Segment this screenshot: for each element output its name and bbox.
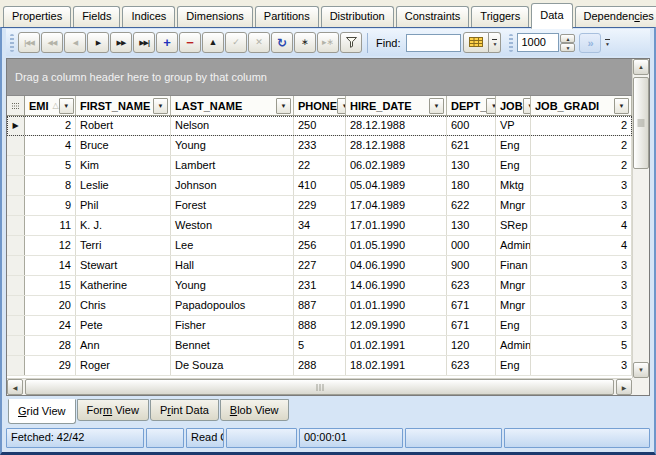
cell-first-name[interactable]: Roger [76,356,171,375]
scroll-right-button[interactable]: ▶ [616,379,632,395]
cell-last-name[interactable]: Hall [171,256,294,275]
cell-first-name[interactable]: K. J. [76,216,171,235]
cell-dept[interactable]: 900 [447,256,496,275]
cell-emi[interactable]: 12 [25,236,76,255]
view-tab-print-data[interactable]: Print Data [150,399,219,421]
group-by-panel[interactable]: Drag a column header here to group by th… [7,59,632,96]
tab-dimensions[interactable]: Dimensions [177,6,252,27]
cell-last-name[interactable]: De Souza [171,356,294,375]
record-limit-value[interactable]: 1000 [517,33,559,52]
cell-last-name[interactable]: Bennet [171,336,294,355]
cell-first-name[interactable]: Kim [76,156,171,175]
cell-phone[interactable]: 410 [294,176,346,195]
cell-hire-date[interactable]: 18.02.1991 [346,356,447,375]
vertical-scrollbar[interactable]: ▲ ▼ [632,59,649,378]
cell-last-name[interactable]: Johnson [171,176,294,195]
toolbar-grip-2[interactable] [509,34,513,52]
column-filter-dropdown[interactable]: ▼ [276,98,291,114]
cell-emi[interactable]: 24 [25,316,76,335]
cell-dept[interactable]: 622 [447,196,496,215]
cell-dept[interactable]: 671 [447,296,496,315]
cell-hire-date[interactable]: 12.09.1990 [346,316,447,335]
cell-first-name[interactable]: Chris [76,296,171,315]
table-row[interactable]: ▶2RobertNelson25028.12.1988600VP2 [7,116,632,136]
cell-phone[interactable]: 233 [294,136,346,155]
tab-triggers[interactable]: Triggers [471,6,529,27]
column-filter-dropdown[interactable]: ▼ [614,98,629,114]
vertical-scroll-thumb[interactable] [633,77,649,169]
cell-dept[interactable]: 671 [447,316,496,335]
cell-phone[interactable]: 256 [294,236,346,255]
cell-job-gradi[interactable]: 3 [531,316,632,335]
table-row[interactable]: 9PhilForest22917.04.1989622Mngr3 [7,196,632,216]
cell-phone[interactable]: 250 [294,116,346,135]
cell-hire-date[interactable]: 28.12.1988 [346,136,447,155]
toolbar-grip[interactable] [10,34,14,52]
table-row[interactable]: 11K. J.Weston3417.01.1990130SRep4 [7,216,632,236]
column-filter-dropdown[interactable]: ▼ [429,98,444,114]
cell-first-name[interactable]: Ann [76,336,171,355]
cell-emi[interactable]: 14 [25,256,76,275]
find-in-grid-button[interactable] [463,32,489,53]
cell-job[interactable]: Mngr [496,276,531,295]
cell-dept[interactable]: 600 [447,116,496,135]
cell-job[interactable]: Eng [496,156,531,175]
cell-phone[interactable]: 5 [294,336,346,355]
cell-job-gradi[interactable]: 3 [531,256,632,275]
cell-job[interactable]: Mktg [496,176,531,195]
cell-first-name[interactable]: Phil [76,196,171,215]
cell-job[interactable]: SRep [496,216,531,235]
table-row[interactable]: 29RogerDe Souza28818.02.1991623Eng3 [7,356,632,376]
cell-first-name[interactable]: Robert [76,116,171,135]
cell-last-name[interactable]: Young [171,276,294,295]
cell-hire-date[interactable]: 04.06.1990 [346,256,447,275]
cell-emi[interactable]: 4 [25,136,76,155]
tab-data[interactable]: Data [531,3,572,29]
cell-last-name[interactable]: Young [171,136,294,155]
cell-first-name[interactable]: Pete [76,316,171,335]
cell-phone[interactable]: 34 [294,216,346,235]
cell-phone[interactable]: 231 [294,276,346,295]
cell-last-name[interactable]: Nelson [171,116,294,135]
view-tab-grid-view[interactable]: Grid View [8,399,76,424]
table-row[interactable]: 5KimLambert2206.02.1989130Eng2 [7,156,632,176]
cell-job[interactable]: Eng [496,316,531,335]
cell-job-gradi[interactable]: 5 [531,336,632,355]
scroll-down-button[interactable]: ▼ [633,362,649,378]
cell-hire-date[interactable]: 17.01.1990 [346,216,447,235]
column-header-phone[interactable]: PHONE▼ [294,96,346,115]
table-row[interactable]: 20ChrisPapadopoulos88701.01.1990671Mngr3 [7,296,632,316]
cell-phone[interactable]: 22 [294,156,346,175]
column-filter-dropdown[interactable]: ▼ [486,98,496,114]
tab-dependencies[interactable]: Dependencies [575,6,656,27]
refresh-button[interactable]: ↻ [271,32,293,53]
table-row[interactable]: 28AnnBennet501.02.1991120Admin5 [7,336,632,356]
horizontal-scrollbar[interactable]: ◀ ▶ [7,378,632,395]
column-header-hire-date[interactable]: HIRE_DATE▼ [346,96,447,115]
cell-emi[interactable]: 29 [25,356,76,375]
table-row[interactable]: 24PeteFisher88812.09.1990671Eng3 [7,316,632,336]
cell-phone[interactable]: 288 [294,356,346,375]
cell-last-name[interactable]: Lee [171,236,294,255]
tab-constraints[interactable]: Constraints [396,6,470,27]
cell-phone[interactable]: 227 [294,256,346,275]
cell-job[interactable]: VP [496,116,531,135]
cell-dept[interactable]: 623 [447,276,496,295]
cell-dept[interactable]: 000 [447,236,496,255]
cell-dept[interactable]: 130 [447,156,496,175]
cell-emi[interactable]: 28 [25,336,76,355]
table-row[interactable]: 8LeslieJohnson41005.04.1989180Mktg3 [7,176,632,196]
cell-first-name[interactable]: Leslie [76,176,171,195]
cell-last-name[interactable]: Weston [171,216,294,235]
column-filter-dropdown[interactable]: ▼ [523,98,531,114]
view-tab-blob-view[interactable]: Blob View [220,399,289,421]
cell-hire-date[interactable]: 01.02.1991 [346,336,447,355]
cell-hire-date[interactable]: 28.12.1988 [346,116,447,135]
column-filter-dropdown[interactable]: ▼ [153,98,168,114]
cell-hire-date[interactable]: 01.05.1990 [346,236,447,255]
cell-job-gradi[interactable]: 2 [531,136,632,155]
cell-phone[interactable]: 229 [294,196,346,215]
table-row[interactable]: 12TerriLee25601.05.1990000Admin4 [7,236,632,256]
cell-job[interactable]: Admin [496,236,531,255]
cell-job-gradi[interactable]: 3 [531,176,632,195]
